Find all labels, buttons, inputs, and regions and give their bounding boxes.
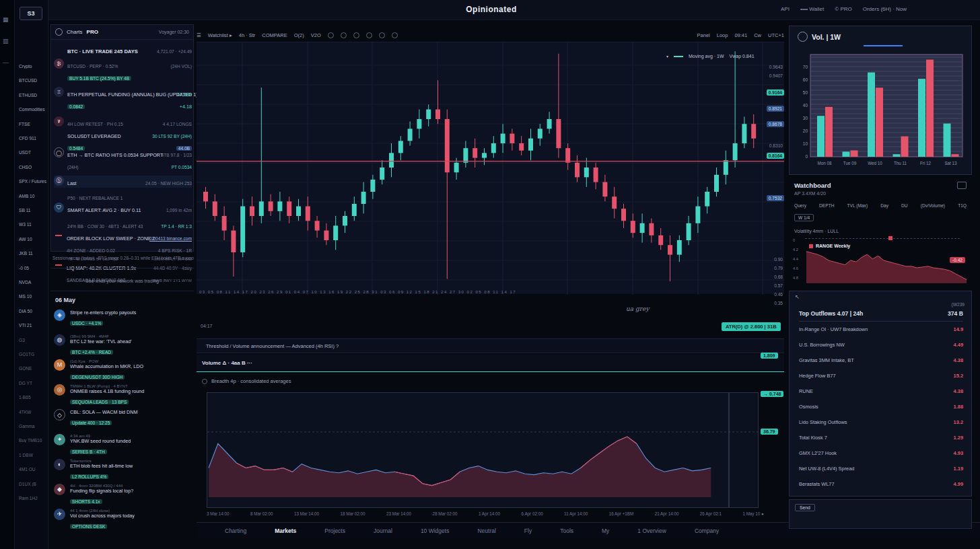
sidebar-item-20[interactable]: GQ1TG (19, 352, 47, 357)
topnav-item-0[interactable]: API (781, 6, 790, 12)
avatar[interactable] (55, 28, 63, 36)
watchlist-row[interactable]: ΞETH PERPETUAL FUNDING (ANNUAL) BUG (UPD… (54, 87, 192, 115)
sidebar-item-2[interactable]: ETHUSD (19, 93, 47, 98)
sidebar-item-21[interactable]: GQNE (19, 366, 47, 371)
toolbar-right-2[interactable]: 09:41 (734, 32, 747, 38)
feed-item[interactable]: M(1d) Kya · POWWhale accumulation in MKR… (54, 359, 192, 381)
table-row[interactable]: Gravitas 3MM Intake, BT4.38 (799, 357, 963, 363)
toolbar-left-2[interactable]: COMPARE (262, 32, 287, 38)
sidebar-item-23[interactable]: 1-B65 (19, 395, 47, 400)
table-row[interactable]: Hedge Flow B7715.2 (799, 373, 963, 379)
radio-icon[interactable] (202, 379, 207, 384)
filter-tab-6[interactable]: T1Q (958, 203, 967, 208)
grid-icon[interactable] (353, 32, 359, 38)
candlestick-chart[interactable] (197, 42, 784, 294)
watchlist-row[interactable]: 🛡SMART ALERT: AVG 2 · BUY 0.111,099 in 4… (54, 203, 192, 217)
feed-item[interactable]: ✦4:34 am 49YNK.BW seed round fundedSERIE… (54, 434, 192, 456)
page-chip[interactable]: W 1/4 (794, 214, 814, 221)
topnav-item-1[interactable]: •••• Wallet (800, 6, 824, 12)
feed-item[interactable]: ◎TMWH 1 BLW (Pump) · 4 BYNTONMEB raises … (54, 384, 192, 406)
watchlist-row[interactable]: LIQ MAP: 48.2K CLUSTER 1.9xSANDBAG/LB FU… (54, 260, 192, 278)
table-row[interactable]: Net UW-8 (L4V4) Spread1.19 (799, 466, 963, 472)
price-label-plain[interactable]: 0.8310 (769, 143, 783, 148)
strip-icon-1[interactable]: ▥ (3, 38, 9, 44)
menu-icon[interactable]: ☰ (197, 32, 201, 38)
price-label-blue[interactable]: 0.8678 (767, 121, 784, 127)
watchlist-row[interactable]: ORDER BLOCK LOW SWEEP · ZONE 24H ZONE · … (54, 231, 192, 250)
feed-item[interactable]: ◈Stripe re-enters crypto payoutsUSDC · +… (54, 309, 192, 328)
chevron-down-icon[interactable]: ▾ (666, 54, 668, 59)
feed-item[interactable]: ✈44 1 4mm (24H close)Vol crush across ma… (54, 509, 192, 531)
sidebar-item-18[interactable]: VTI 21 (19, 323, 47, 328)
footer-tab-1-overview[interactable]: 1 Overview (637, 527, 666, 534)
feed-item-link[interactable]: BTC +2.4% · READ (70, 350, 113, 355)
strip-icon-2[interactable]: — (3, 59, 9, 66)
footer-tab-neutral[interactable]: Neutral (477, 527, 495, 534)
feed-item-link[interactable]: L2 ROLLUPS 4% (70, 474, 108, 479)
sidebar-item-9[interactable]: AMB 10 (19, 194, 47, 198)
atr-cta-badge[interactable]: ATR(D) @ 2.600 | 31B (722, 322, 781, 331)
price-label-plain[interactable]: 0.9407 (769, 73, 783, 78)
filter-tab-5[interactable]: (Dv/Volume) (921, 203, 945, 208)
table-row[interactable]: Lido Staking Outflows13.2 (799, 419, 963, 425)
sidebar-item-14[interactable]: -0 05 (19, 266, 47, 270)
footer-tab-tools[interactable]: Tools (560, 527, 573, 534)
tool-circle-icon-0[interactable] (366, 32, 372, 38)
table-row[interactable]: Total Kiosk 71.29 (799, 435, 963, 441)
table-row[interactable]: In-Range OI · UW7 Breakdown14.9 (799, 326, 963, 332)
filter-tab-2[interactable]: TVL (Max) (847, 203, 868, 208)
watchlist-title[interactable]: Charts (67, 29, 83, 35)
toolbar-left-4[interactable]: V2O (311, 32, 321, 38)
sidebar-item-17[interactable]: DIA 50 (19, 309, 47, 314)
toolbar-right-0[interactable]: Panel (697, 32, 710, 38)
table-row[interactable]: RUNE4.38 (799, 388, 963, 394)
feed-item-link[interactable]: SEQUOIA LEADS · 13 BPS (70, 400, 129, 404)
sidebar-item-28[interactable]: 4M1 OU (19, 467, 47, 472)
filter-tab-0[interactable]: Query (794, 203, 806, 208)
volume-section-header[interactable]: Volume Δ · 4aa B ··· (197, 355, 784, 372)
sidebar-item-12[interactable]: AW 10 (19, 237, 47, 242)
feed-item[interactable]: ◆4H · 4mm 320BM 430Q / 444Funding flip s… (54, 484, 192, 506)
tool-circle-icon-1[interactable] (379, 32, 385, 38)
sidebar-item-15[interactable]: NVDA (19, 280, 47, 285)
toolbar-left-0[interactable]: Watchlist ▸ (208, 32, 232, 38)
sidebar-logo[interactable]: S3 (20, 7, 42, 20)
sidebar-item-7[interactable]: CHSO (19, 165, 47, 170)
watchlist-row[interactable]: ₿BTCUSD · PERP · 0.52%BUY 5.1B BTC (24.5… (54, 59, 192, 85)
threshold-question-bar[interactable]: Threshold / Volume announcement — Advanc… (197, 338, 784, 353)
footer-tab-journal[interactable]: Journal (374, 527, 392, 534)
feed-item[interactable]: ◐TokenomicsETH blob fees hit all-time lo… (54, 459, 192, 481)
table-row[interactable]: Osmosis1.88 (799, 404, 963, 410)
feed-item[interactable]: ◍(38m) 99 9M4 · 4M4FBTC L2 fee war: 'TVL… (54, 334, 192, 357)
sidebar-item-27[interactable]: 1 DBW (19, 453, 47, 458)
footer-tab-markets[interactable]: Markets (275, 527, 296, 534)
toolbar-left-3[interactable]: O(2) (294, 32, 304, 38)
expand-icon[interactable] (957, 182, 967, 189)
price-label-teal[interactable]: 0.8164 (767, 153, 784, 159)
toolbar-right-4[interactable]: UTC+1 (768, 32, 784, 38)
price-label-blue[interactable]: 0.8921 (767, 106, 784, 112)
sidebar-item-26[interactable]: Buy TMB10 (19, 438, 47, 443)
feed-item-link[interactable]: OPTIONS DESK (70, 524, 107, 529)
filter-tab-1[interactable]: DEPTH (819, 203, 834, 208)
feed-item-link[interactable]: DEGEN/USDT 30D HIGH (70, 375, 125, 379)
footer-tab-charting[interactable]: Charting (225, 527, 246, 534)
plus-icon[interactable] (328, 32, 334, 38)
sidebar-item-3[interactable]: Commodities (19, 107, 47, 112)
footer-tab-company[interactable]: Company (695, 527, 719, 534)
breadth-area-chart[interactable] (207, 392, 759, 508)
sidebar-item-10[interactable]: SB 11 (19, 208, 47, 213)
target-icon[interactable] (341, 32, 347, 38)
price-label-blue[interactable]: 0.7532 (767, 195, 784, 201)
sidebar-item-24[interactable]: 4TKW (19, 410, 47, 414)
toolbar-left-1[interactable]: 4h · Str (239, 32, 256, 38)
table-row[interactable]: GMX L2'27 Hook4.93 (799, 450, 963, 456)
sidebar-item-19[interactable]: G3 (19, 338, 47, 342)
watchlist-row[interactable]: ⓈLast24.05 · NEW HIGH 253 (54, 176, 192, 188)
watchlist-row[interactable]: P50 · NEXT REBALANCE 1 (54, 190, 192, 201)
send-chip[interactable]: Send (795, 504, 815, 511)
sidebar-item-11[interactable]: W3 11 (19, 222, 47, 227)
footer-tab-my[interactable]: My (602, 527, 609, 534)
watchlist-row[interactable]: ₮4H LOW RETEST · PH 0.15SOLUSDT LEVERAGE… (54, 116, 192, 146)
watchlist-row[interactable]: ◯ETH → BTC RATIO HITS 0.0534 SUPPORT(24H… (54, 147, 192, 174)
